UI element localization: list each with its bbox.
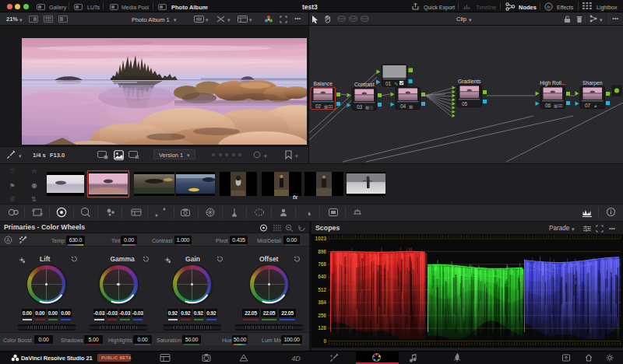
svg-text:896: 896 (318, 249, 326, 254)
svg-text:Sharpen: Sharpen (583, 80, 603, 86)
svg-text:0: 0 (323, 338, 326, 344)
svg-text:fx: fx (547, 5, 551, 9)
svg-text:03: 03 (357, 104, 363, 110)
svg-text:A: A (6, 237, 10, 243)
svg-text:▦⌧: ▦⌧ (324, 104, 333, 109)
svg-text:∿: ∿ (394, 81, 398, 86)
svg-text:06: 06 (545, 103, 551, 108)
svg-text:512: 512 (318, 287, 326, 292)
svg-text:256: 256 (318, 313, 326, 318)
svg-text:640: 640 (318, 274, 326, 279)
svg-text:128: 128 (318, 325, 326, 331)
svg-text:Balance: Balance (313, 81, 333, 86)
svg-text:▦◷: ▦◷ (365, 105, 373, 110)
svg-text:Gradients: Gradients (458, 79, 481, 84)
svg-text:4D: 4D (291, 355, 301, 362)
svg-text:07: 07 (585, 103, 591, 108)
svg-text:05: 05 (462, 101, 468, 107)
svg-text:▦⌧: ▦⌧ (554, 103, 563, 108)
svg-text:Contrast: Contrast (354, 82, 375, 87)
svg-text:High Roll...: High Roll... (540, 80, 565, 86)
svg-text:01: 01 (385, 81, 392, 86)
svg-text:▲: ▲ (593, 103, 597, 108)
svg-text:768: 768 (318, 261, 326, 267)
svg-text:04: 04 (400, 103, 407, 109)
svg-text:384: 384 (318, 299, 326, 305)
svg-text:02: 02 (315, 103, 322, 109)
svg-text:1023: 1023 (315, 236, 327, 241)
svg-text:▦: ▦ (409, 104, 413, 109)
